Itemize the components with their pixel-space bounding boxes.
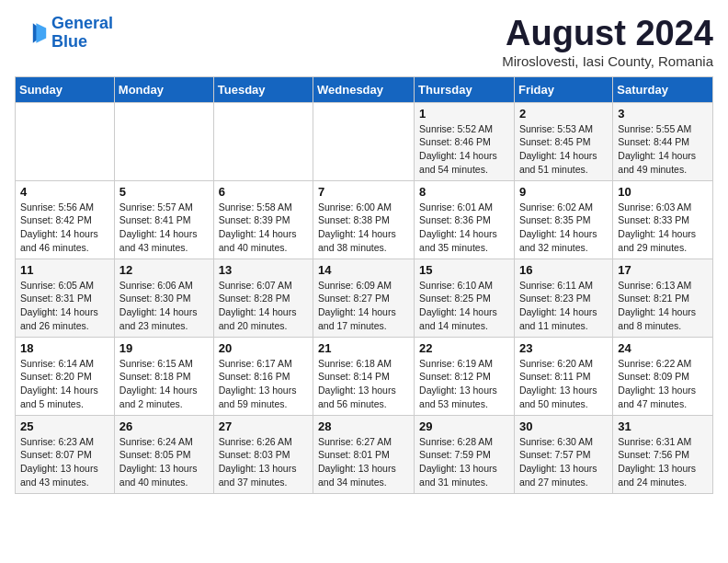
calendar-cell: 26Sunrise: 6:24 AM Sunset: 8:05 PM Dayli… [114, 415, 213, 493]
day-number: 7 [318, 185, 409, 199]
calendar-body: 1Sunrise: 5:52 AM Sunset: 8:46 PM Daylig… [16, 102, 713, 493]
calendar-cell [313, 102, 415, 180]
calendar-cell: 17Sunrise: 6:13 AM Sunset: 8:21 PM Dayli… [613, 259, 713, 337]
day-info: Sunrise: 5:58 AM Sunset: 8:39 PM Dayligh… [219, 201, 308, 255]
week-row-3: 11Sunrise: 6:05 AM Sunset: 8:31 PM Dayli… [16, 259, 713, 337]
day-info: Sunrise: 6:06 AM Sunset: 8:30 PM Dayligh… [119, 279, 209, 333]
day-number: 8 [419, 185, 509, 199]
calendar-header: SundayMondayTuesdayWednesdayThursdayFrid… [16, 76, 713, 102]
day-number: 30 [519, 419, 608, 433]
day-info: Sunrise: 5:55 AM Sunset: 8:44 PM Dayligh… [618, 122, 708, 177]
logo-icon [15, 17, 48, 50]
page-header: General Blue August 2024 Miroslovesti, I… [15, 15, 713, 69]
day-info: Sunrise: 6:23 AM Sunset: 8:07 PM Dayligh… [20, 435, 109, 489]
calendar-cell: 2Sunrise: 5:53 AM Sunset: 8:45 PM Daylig… [514, 102, 612, 180]
day-info: Sunrise: 5:56 AM Sunset: 8:42 PM Dayligh… [20, 201, 109, 255]
day-info: Sunrise: 6:30 AM Sunset: 7:57 PM Dayligh… [519, 435, 608, 489]
calendar-cell: 16Sunrise: 6:11 AM Sunset: 8:23 PM Dayli… [514, 259, 612, 337]
logo-blue: Blue [51, 33, 113, 52]
day-number: 12 [119, 263, 209, 277]
day-number: 29 [419, 419, 509, 433]
day-info: Sunrise: 6:27 AM Sunset: 8:01 PM Dayligh… [318, 435, 409, 489]
calendar-cell: 3Sunrise: 5:55 AM Sunset: 8:44 PM Daylig… [613, 102, 713, 180]
calendar-cell: 22Sunrise: 6:19 AM Sunset: 8:12 PM Dayli… [415, 337, 515, 415]
calendar-cell: 27Sunrise: 6:26 AM Sunset: 8:03 PM Dayli… [213, 415, 313, 493]
day-number: 15 [419, 263, 509, 277]
day-info: Sunrise: 6:13 AM Sunset: 8:21 PM Dayligh… [618, 279, 708, 333]
day-info: Sunrise: 6:20 AM Sunset: 8:11 PM Dayligh… [519, 357, 608, 411]
day-number: 25 [20, 419, 109, 433]
day-number: 27 [219, 419, 308, 433]
day-number: 5 [119, 185, 209, 199]
day-info: Sunrise: 6:22 AM Sunset: 8:09 PM Dayligh… [618, 357, 708, 411]
calendar-cell: 21Sunrise: 6:18 AM Sunset: 8:14 PM Dayli… [313, 337, 415, 415]
day-info: Sunrise: 6:31 AM Sunset: 7:56 PM Dayligh… [618, 435, 708, 489]
day-number: 9 [519, 185, 608, 199]
day-info: Sunrise: 6:26 AM Sunset: 8:03 PM Dayligh… [219, 435, 308, 489]
day-number: 28 [318, 419, 409, 433]
day-info: Sunrise: 6:07 AM Sunset: 8:28 PM Dayligh… [219, 279, 308, 333]
logo-general: General [51, 14, 113, 32]
calendar-cell: 25Sunrise: 6:23 AM Sunset: 8:07 PM Dayli… [16, 415, 115, 493]
day-number: 4 [20, 185, 109, 199]
calendar-cell: 11Sunrise: 6:05 AM Sunset: 8:31 PM Dayli… [16, 259, 115, 337]
day-number: 6 [219, 185, 308, 199]
day-number: 18 [20, 341, 109, 355]
calendar-cell: 12Sunrise: 6:06 AM Sunset: 8:30 PM Dayli… [114, 259, 213, 337]
week-row-1: 1Sunrise: 5:52 AM Sunset: 8:46 PM Daylig… [16, 102, 713, 180]
week-row-2: 4Sunrise: 5:56 AM Sunset: 8:42 PM Daylig… [16, 180, 713, 259]
calendar-cell: 5Sunrise: 5:57 AM Sunset: 8:41 PM Daylig… [114, 180, 213, 259]
day-info: Sunrise: 6:28 AM Sunset: 7:59 PM Dayligh… [419, 435, 509, 489]
calendar-cell: 9Sunrise: 6:02 AM Sunset: 8:35 PM Daylig… [514, 180, 612, 259]
day-number: 11 [20, 263, 109, 277]
day-info: Sunrise: 6:03 AM Sunset: 8:33 PM Dayligh… [618, 201, 708, 255]
day-number: 14 [318, 263, 409, 277]
calendar-cell: 15Sunrise: 6:10 AM Sunset: 8:25 PM Dayli… [415, 259, 515, 337]
day-info: Sunrise: 6:05 AM Sunset: 8:31 PM Dayligh… [20, 279, 109, 333]
title-block: August 2024 Miroslovesti, Iasi County, R… [502, 15, 713, 69]
day-number: 2 [519, 107, 608, 121]
weekday-header-tuesday: Tuesday [213, 76, 313, 102]
day-info: Sunrise: 6:09 AM Sunset: 8:27 PM Dayligh… [318, 279, 409, 333]
month-title: August 2024 [502, 15, 713, 53]
weekday-header-monday: Monday [114, 76, 213, 102]
day-number: 22 [419, 341, 509, 355]
calendar-cell: 24Sunrise: 6:22 AM Sunset: 8:09 PM Dayli… [613, 337, 713, 415]
calendar-cell: 18Sunrise: 6:14 AM Sunset: 8:20 PM Dayli… [16, 337, 115, 415]
calendar-cell: 30Sunrise: 6:30 AM Sunset: 7:57 PM Dayli… [514, 415, 612, 493]
calendar-cell: 1Sunrise: 5:52 AM Sunset: 8:46 PM Daylig… [415, 102, 515, 180]
day-number: 24 [618, 341, 708, 355]
day-number: 31 [618, 419, 708, 433]
day-info: Sunrise: 6:17 AM Sunset: 8:16 PM Dayligh… [219, 357, 308, 411]
day-info: Sunrise: 6:24 AM Sunset: 8:05 PM Dayligh… [119, 435, 209, 489]
day-number: 23 [519, 341, 608, 355]
day-number: 16 [519, 263, 608, 277]
calendar-cell: 29Sunrise: 6:28 AM Sunset: 7:59 PM Dayli… [415, 415, 515, 493]
logo: General Blue [15, 15, 113, 52]
calendar-cell: 14Sunrise: 6:09 AM Sunset: 8:27 PM Dayli… [313, 259, 415, 337]
day-info: Sunrise: 6:15 AM Sunset: 8:18 PM Dayligh… [119, 357, 209, 411]
calendar-cell: 10Sunrise: 6:03 AM Sunset: 8:33 PM Dayli… [613, 180, 713, 259]
week-row-4: 18Sunrise: 6:14 AM Sunset: 8:20 PM Dayli… [16, 337, 713, 415]
week-row-5: 25Sunrise: 6:23 AM Sunset: 8:07 PM Dayli… [16, 415, 713, 493]
day-number: 1 [419, 107, 509, 121]
calendar-cell: 4Sunrise: 5:56 AM Sunset: 8:42 PM Daylig… [16, 180, 115, 259]
day-number: 17 [618, 263, 708, 277]
day-number: 3 [618, 107, 708, 121]
day-info: Sunrise: 5:57 AM Sunset: 8:41 PM Dayligh… [119, 201, 209, 255]
day-info: Sunrise: 6:02 AM Sunset: 8:35 PM Dayligh… [519, 201, 608, 255]
logo-text: General Blue [51, 15, 113, 52]
calendar-cell: 23Sunrise: 6:20 AM Sunset: 8:11 PM Dayli… [514, 337, 612, 415]
calendar-cell: 8Sunrise: 6:01 AM Sunset: 8:36 PM Daylig… [415, 180, 515, 259]
day-number: 19 [119, 341, 209, 355]
day-info: Sunrise: 6:14 AM Sunset: 8:20 PM Dayligh… [20, 357, 109, 411]
calendar-cell: 20Sunrise: 6:17 AM Sunset: 8:16 PM Dayli… [213, 337, 313, 415]
day-info: Sunrise: 6:11 AM Sunset: 8:23 PM Dayligh… [519, 279, 608, 333]
calendar-cell [16, 102, 115, 180]
day-info: Sunrise: 6:18 AM Sunset: 8:14 PM Dayligh… [318, 357, 409, 411]
day-number: 10 [618, 185, 708, 199]
day-info: Sunrise: 5:52 AM Sunset: 8:46 PM Dayligh… [419, 122, 509, 177]
calendar-cell: 7Sunrise: 6:00 AM Sunset: 8:38 PM Daylig… [313, 180, 415, 259]
weekday-header-wednesday: Wednesday [313, 76, 415, 102]
day-info: Sunrise: 5:53 AM Sunset: 8:45 PM Dayligh… [519, 122, 608, 177]
